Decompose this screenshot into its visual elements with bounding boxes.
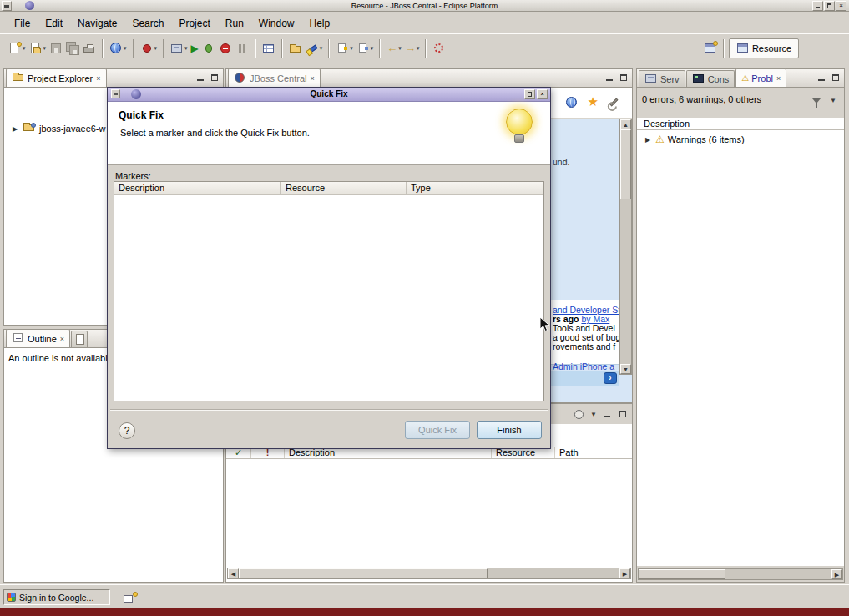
minimize-editor-button[interactable] [604, 73, 615, 83]
forward-button[interactable]: →▾ [403, 38, 422, 59]
chevron-down-icon[interactable]: ▾ [320, 45, 323, 52]
maximize-view-button[interactable] [617, 409, 629, 420]
new-file-button[interactable]: ▾ [28, 38, 48, 59]
editor-vertical-scrollbar[interactable]: ▲ ▼ [619, 119, 632, 375]
save-button[interactable] [48, 38, 64, 59]
tab-servers[interactable]: Serv [639, 70, 685, 87]
menu-file[interactable]: File [7, 15, 38, 32]
menu-help[interactable]: Help [302, 15, 338, 32]
scroll-down-button[interactable]: ▼ [620, 364, 631, 374]
tab-jboss-central[interactable]: JBoss Central × [228, 68, 321, 87]
column-type[interactable]: Type [407, 182, 543, 194]
help-button[interactable]: ? [119, 422, 135, 439]
scroll-thumb[interactable] [639, 569, 725, 579]
close-icon[interactable]: × [60, 335, 64, 343]
chevron-down-icon[interactable]: ▾ [23, 45, 26, 52]
debug-button[interactable] [200, 38, 217, 59]
external-tools-button[interactable]: ▾ [139, 38, 159, 59]
scroll-thumb[interactable] [620, 129, 631, 199]
tree-item-warnings[interactable]: ▶ ⚠ Warnings (6 items) [644, 134, 745, 144]
link-with-editor-icon[interactable] [573, 408, 586, 421]
scroll-left-button[interactable]: ◀ [228, 568, 239, 578]
scroll-right-button[interactable]: ▶ [831, 569, 842, 579]
chevron-down-icon[interactable]: ▾ [398, 45, 402, 52]
chevron-down-icon[interactable]: ▾ [417, 45, 420, 52]
column-path[interactable]: Path [555, 447, 632, 458]
maximize-editor-button[interactable] [618, 73, 629, 83]
column-resource[interactable]: Resource [281, 182, 407, 194]
column-description[interactable]: Description [114, 182, 281, 194]
close-icon[interactable]: × [310, 74, 314, 83]
save-all-button[interactable] [64, 38, 81, 59]
chevron-down-icon[interactable]: ▾ [350, 45, 353, 52]
close-icon[interactable]: × [96, 74, 100, 83]
expand-icon[interactable]: ▶ [644, 136, 652, 144]
chevron-down-icon[interactable]: ▾ [124, 45, 127, 52]
skip-breakpoints-button[interactable] [234, 38, 250, 59]
scroll-right-button[interactable]: ▶ [619, 568, 630, 578]
window-close-button[interactable]: × [836, 1, 846, 11]
minimize-view-button[interactable] [195, 73, 206, 83]
view-menu-icon[interactable]: ▼ [830, 97, 836, 104]
maximize-view-button[interactable] [209, 73, 220, 83]
menu-project[interactable]: Project [171, 15, 217, 32]
favorites-star-icon[interactable]: ★ [588, 94, 599, 109]
fast-view-button[interactable] [123, 591, 138, 604]
dialog-maximize-button[interactable] [524, 89, 535, 99]
search-button[interactable]: ▾ [304, 38, 325, 59]
dialog-titlebar[interactable]: Quick Fix × [108, 88, 550, 102]
open-resource-button[interactable] [287, 38, 304, 59]
quick-fix-button[interactable]: Quick Fix [405, 421, 470, 439]
back-button[interactable]: ←▾ [385, 38, 403, 59]
scroll-thumb[interactable] [239, 568, 488, 578]
chevron-down-icon[interactable]: ▾ [43, 45, 47, 52]
tab-problems[interactable]: ⚠ Probl × [735, 68, 786, 87]
print-button[interactable] [81, 38, 98, 59]
menu-edit[interactable]: Edit [38, 15, 70, 32]
dialog-markers-table[interactable]: Description Resource Type [114, 181, 544, 401]
globe-icon[interactable] [565, 96, 579, 109]
menu-search[interactable]: Search [124, 15, 171, 32]
jboss-central-button[interactable] [431, 38, 447, 59]
resource-perspective-button[interactable]: Resource [729, 38, 799, 58]
chevron-down-icon[interactable]: ▾ [184, 45, 188, 52]
wrench-icon[interactable] [607, 95, 620, 109]
problems-horizontal-scrollbar[interactable]: ▶ [638, 568, 843, 580]
scroll-track[interactable] [239, 568, 619, 578]
chevron-down-icon[interactable]: ▾ [154, 45, 158, 52]
menu-run[interactable]: Run [218, 15, 251, 32]
chevron-down-icon[interactable]: ▾ [371, 45, 374, 52]
tree-item-project[interactable]: ▶ jboss-javaee6-w [11, 123, 105, 134]
dialog-close-button[interactable]: × [537, 89, 548, 99]
minimize-view-button[interactable] [816, 73, 827, 83]
window-minimize-button[interactable] [812, 1, 823, 11]
stop-button[interactable] [217, 38, 234, 59]
new-wizard-button[interactable]: ▾ [7, 38, 28, 59]
minimize-view-button[interactable] [601, 409, 613, 420]
news-link[interactable]: Admin iPhone a [553, 362, 614, 371]
filter-icon[interactable] [812, 98, 821, 104]
next-annotation-button[interactable]: ▾ [334, 38, 355, 59]
web-browser-button[interactable]: ▾ [108, 38, 129, 59]
tab-hidden-partial[interactable] [71, 331, 88, 347]
run-config-button[interactable]: ▾ [169, 38, 190, 59]
next-news-button[interactable]: › [604, 372, 617, 384]
maximize-view-button[interactable] [830, 73, 841, 83]
expand-icon[interactable]: ▶ [11, 125, 19, 133]
tab-outline[interactable]: Outline × [6, 329, 70, 347]
menu-navigate[interactable]: Navigate [70, 15, 124, 32]
scroll-track[interactable] [620, 129, 631, 364]
markers-horizontal-scrollbar[interactable]: ◀ ▶ [227, 568, 631, 579]
column-description[interactable]: Description [637, 118, 844, 129]
run-button[interactable]: ▶ [190, 38, 200, 59]
finish-button[interactable]: Finish [477, 421, 542, 439]
window-titlebar[interactable]: Resource - JBoss Central - Eclipse Platf… [0, 0, 849, 12]
previous-annotation-button[interactable]: ▾ [355, 38, 376, 59]
tab-console[interactable]: Cons [686, 70, 735, 87]
close-icon[interactable]: × [776, 74, 781, 83]
scroll-up-button[interactable]: ▲ [620, 119, 631, 129]
window-maximize-button[interactable] [824, 1, 835, 11]
view-menu-icon[interactable]: ▼ [590, 411, 597, 418]
show-view-button[interactable] [260, 38, 277, 59]
open-perspective-button[interactable] [702, 38, 719, 59]
